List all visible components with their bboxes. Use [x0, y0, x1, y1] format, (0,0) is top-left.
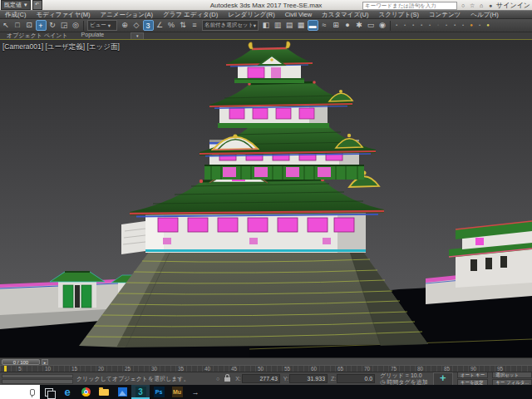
schematic-view-icon[interactable]: ⊞ — [331, 20, 342, 31]
maxscript-mini-listener[interactable] — [2, 374, 73, 384]
align-icon[interactable]: ▥ — [273, 20, 283, 31]
taskbar-file-explorer[interactable] — [95, 385, 113, 399]
material-editor-icon[interactable]: ● — [342, 20, 353, 31]
set-key-button[interactable]: キーを設定 — [457, 379, 488, 385]
taskbar-muse[interactable]: Mu — [168, 385, 186, 399]
spinner-snap-icon[interactable]: ⇅ — [178, 20, 189, 31]
3ds-max-window: 既定値 ▾ ↶ Autodesk 3ds Max 2017 Tree-SE.ma… — [0, 0, 532, 399]
mini-tool-icon[interactable]: • — [460, 20, 467, 31]
undo-icon: ↶ — [35, 2, 39, 7]
menu-item[interactable]: ヘルプ(H) — [466, 11, 503, 19]
z-coordinate-field[interactable] — [337, 374, 375, 383]
home-icon[interactable]: ⌂ — [478, 2, 485, 8]
edit-named-sets-icon[interactable]: ≡ — [190, 20, 200, 31]
search-icon[interactable]: ○ — [460, 2, 466, 8]
rendered-frame-window-icon[interactable]: ▭ — [366, 20, 377, 31]
menu-item[interactable]: アニメーション(A) — [95, 11, 158, 19]
mini-tool-icon[interactable]: ▪ — [418, 20, 426, 31]
workspace-value: 既定値 — [4, 1, 22, 9]
toolbar-separator — [83, 21, 84, 31]
mini-tool-icon[interactable]: ▪ — [451, 20, 459, 31]
select-and-manipulate-icon[interactable]: ◇ — [131, 20, 142, 31]
snaps-toggle-icon[interactable]: 3 — [143, 20, 154, 31]
curve-editor-icon[interactable]: ≈ — [319, 20, 330, 31]
auto-key-button[interactable]: オート キー — [457, 372, 488, 378]
taskbar-3ds-max[interactable]: 3 — [131, 385, 150, 399]
edge-icon: e — [64, 386, 70, 398]
add-time-tag-button[interactable]: ◷ 時間タグを追加 — [380, 379, 428, 386]
mini-tool-icon[interactable]: • — [401, 20, 409, 31]
transform-gizmo-toggle-button[interactable]: + — [433, 372, 453, 386]
mini-tool-icon[interactable]: ◦ — [435, 20, 442, 31]
use-pivot-center-icon[interactable]: ⊕ — [120, 20, 131, 31]
render-setup-icon[interactable]: ✱ — [354, 20, 365, 31]
select-and-move-icon[interactable]: + — [36, 20, 47, 31]
selection-lock-icon[interactable] — [224, 377, 230, 382]
microphone-icon[interactable] — [30, 389, 35, 396]
key-filters-button[interactable]: キー フィルタ... — [492, 379, 532, 385]
windows-taskbar: e 3 Ps Mu → — [0, 385, 532, 399]
select-and-place-icon[interactable]: ◎ — [71, 20, 81, 31]
menu-item[interactable]: レンダリング(R) — [223, 11, 279, 19]
select-and-scale-icon[interactable]: ◲ — [59, 20, 70, 31]
menu-item[interactable]: コンテンツ — [424, 11, 466, 19]
menu-item[interactable]: モディファイヤ(M) — [31, 11, 95, 19]
menu-bar: 作成(C)モディファイヤ(M)アニメーション(A)グラフ エディタ(D)レンダリ… — [0, 10, 532, 18]
grid-spacing-label: グリッド = 10.0 — [380, 372, 428, 379]
menu-item[interactable]: スクリプト(S) — [374, 11, 424, 19]
reference-coordinate-dropdown[interactable]: ビュー ▾ — [87, 20, 117, 31]
taskbar-search-box[interactable] — [0, 385, 40, 399]
mini-tool-icon[interactable]: • — [426, 20, 434, 31]
selection-sets-dropdown[interactable]: 選択セット — [492, 372, 532, 378]
menu-item[interactable]: グラフ エディタ(D) — [158, 11, 223, 19]
select-and-rotate-icon[interactable]: ↻ — [47, 20, 58, 31]
workspace-selector[interactable]: 既定値 ▾ — [1, 0, 31, 10]
mirror-icon[interactable]: ◧ — [261, 20, 272, 31]
mini-tool-icon[interactable]: ▪ — [393, 20, 401, 31]
favorites-star-icon[interactable]: ☆ — [469, 2, 475, 9]
undo-button[interactable]: ↶ — [32, 0, 42, 10]
menu-item[interactable]: カスタマイズ(U) — [317, 11, 373, 19]
menu-item[interactable]: Civil View — [280, 11, 317, 19]
track-bar[interactable]: 5101520253035404550556065707580859095 — [0, 365, 532, 372]
x-label: X: — [235, 376, 241, 382]
taskbar-app[interactable]: → — [186, 385, 204, 399]
angle-snap-icon[interactable]: ∠ — [155, 20, 165, 31]
status-prompt: クリックしてオブジェクトを選択します。 — [76, 375, 213, 383]
viewport-label[interactable]: [Camera001] [ユーザ定義] [エッジ面] — [2, 42, 120, 52]
mini-tool-icon[interactable]: ● — [468, 20, 475, 31]
time-slider-handle[interactable]: 0 / 100 — [2, 359, 40, 365]
window-crossing-icon[interactable]: ⊡ — [24, 20, 35, 31]
y-coordinate-field[interactable] — [289, 374, 328, 383]
named-selection-sets-dropdown[interactable]: 名前付き選択セット ▾ — [202, 20, 259, 31]
rectangular-selection-region-icon[interactable]: □ — [12, 20, 23, 31]
main-toolbar: ↖□⊡+↻◲◎ ビュー ▾ ⊕◇3∠%⇅≡ 名前付き選択セット ▾ ◧▥▤▦▬≈… — [0, 18, 532, 32]
x-coordinate-field[interactable] — [242, 374, 280, 383]
layer-explorer-icon[interactable]: ▤ — [284, 20, 295, 31]
render-production-icon[interactable]: ◉ — [377, 20, 388, 31]
ribbon-bar: オブジェクト ペイントPopulate ▾ — [0, 32, 532, 39]
photoshop-icon: Ps — [154, 387, 165, 397]
user-icon[interactable]: ● — [487, 2, 494, 8]
time-slider[interactable]: 0 / 100 ▸ — [0, 357, 532, 365]
percent-snap-icon[interactable]: % — [166, 20, 177, 31]
next-frame-button[interactable]: ▸ — [42, 359, 48, 365]
mini-tool-icon[interactable]: ● — [485, 20, 492, 31]
scene-explorer-icon[interactable]: ▦ — [296, 20, 307, 31]
mini-tool-icon[interactable]: • — [443, 20, 451, 31]
sign-in-link[interactable]: サインイン — [496, 1, 530, 10]
help-search-input[interactable] — [362, 2, 457, 10]
isolate-selection-icon[interactable]: ○ — [216, 376, 219, 382]
mini-tool-icon[interactable]: • — [476, 20, 484, 31]
mini-tool-icon[interactable]: ▪ — [410, 20, 417, 31]
select-object-icon[interactable]: ↖ — [1, 20, 12, 31]
viewport-canvas[interactable] — [0, 40, 532, 357]
taskbar-chrome[interactable] — [76, 385, 95, 399]
taskbar-edge[interactable]: e — [58, 385, 76, 399]
ribbon-toggle-icon[interactable]: ▬ — [308, 20, 318, 31]
taskbar-photos[interactable] — [113, 385, 131, 399]
viewport[interactable]: [Camera001] [ユーザ定義] [エッジ面] — [0, 39, 532, 357]
menu-item[interactable]: 作成(C) — [0, 11, 31, 19]
task-view-button[interactable] — [40, 385, 58, 399]
taskbar-photoshop[interactable]: Ps — [150, 385, 168, 399]
